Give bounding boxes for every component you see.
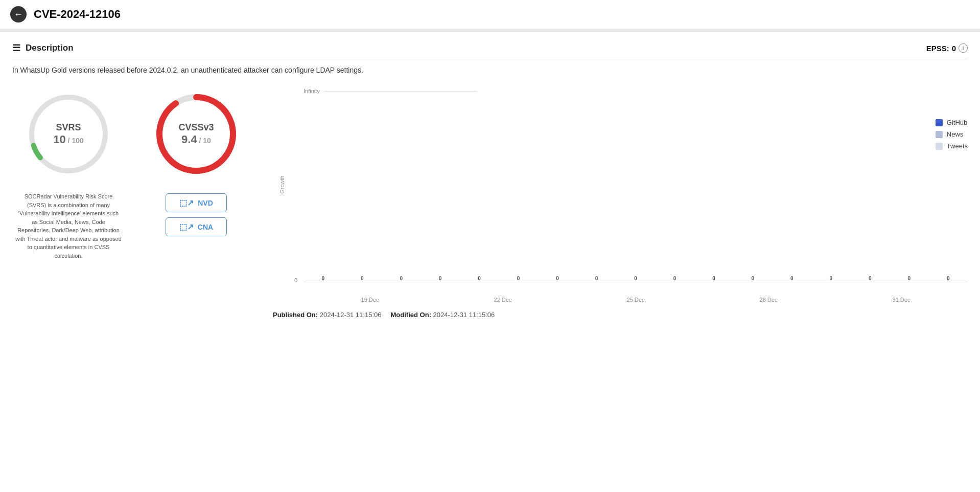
chart-area: Infinity Growth 0 0 0 0 0 0 0 <box>273 88 968 333</box>
published-label: Published On: <box>273 311 318 319</box>
legend-news: News <box>936 130 968 138</box>
svrs-gauge: SVRS 10 / 100 <box>22 88 114 180</box>
list-icon: ☰ <box>12 42 20 54</box>
legend-github-label: GitHub <box>947 119 967 126</box>
charts-row: SVRS 10 / 100 SOCRadar Vulnerability Ris… <box>12 88 968 333</box>
x-label-0: 19 Dec <box>361 297 379 303</box>
x-label-4: 31 Dec <box>893 297 911 303</box>
section-title-label: Description <box>26 43 74 53</box>
epss-value: 0 <box>952 44 956 53</box>
zero-marker-13: 0 <box>830 276 833 281</box>
zero-marker-8: 0 <box>634 276 637 281</box>
cvss-gauge: CVSSv3 9.4 / 10 <box>150 88 242 180</box>
svrs-section: SVRS 10 / 100 SOCRadar Vulnerability Ris… <box>12 88 125 260</box>
zero-marker-12: 0 <box>790 276 794 281</box>
zero-marker-7: 0 <box>595 276 598 281</box>
svrs-value: 10 / 100 <box>53 133 84 146</box>
zero-marker-3: 0 <box>439 276 442 281</box>
legend-tweets: Tweets <box>936 142 968 150</box>
cvss-buttons: ⬚↗ NVD ⬚↗ CNA <box>166 193 227 236</box>
zero-marker-5: 0 <box>517 276 520 281</box>
svrs-gauge-label: SVRS 10 / 100 <box>53 122 84 146</box>
legend-github-dot <box>936 119 943 126</box>
zero-marker-0: 0 <box>321 276 324 281</box>
section-header: ☰ Description EPSS: 0 i <box>12 42 968 59</box>
page-title: CVE-2024-12106 <box>34 8 121 21</box>
zero-marker-16: 0 <box>947 276 950 281</box>
description-text: In WhatsUp Gold versions released before… <box>12 64 968 76</box>
cvss-gauge-label: CVSSv3 9.4 / 10 <box>178 122 214 146</box>
chart-legend: GitHub News Tweets <box>936 119 968 150</box>
legend-news-dot <box>936 131 943 138</box>
cna-external-icon: ⬚↗ <box>179 222 194 232</box>
page-header: ← CVE-2024-12106 <box>0 0 980 29</box>
x-label-1: 22 Dec <box>494 297 512 303</box>
epss-info-icon[interactable]: i <box>959 43 968 53</box>
published-value: 2024-12-31 11:15:06 <box>320 311 382 319</box>
legend-github: GitHub <box>936 119 968 126</box>
zero-markers-row: 0 0 0 0 0 0 0 0 0 0 0 0 0 0 0 0 0 <box>304 276 968 281</box>
zero-marker-2: 0 <box>400 276 403 281</box>
chart-x-axis: 19 Dec 22 Dec 25 Dec 28 Dec 31 Dec <box>304 294 968 303</box>
zero-marker-11: 0 <box>752 276 755 281</box>
cna-label: CNA <box>198 223 213 231</box>
zero-marker-1: 0 <box>361 276 364 281</box>
nvd-button[interactable]: ⬚↗ NVD <box>166 193 227 212</box>
cvss-value: 9.4 / 10 <box>178 133 214 146</box>
zero-marker-10: 0 <box>712 276 715 281</box>
chart-plot <box>304 88 968 282</box>
main-content: ☰ Description EPSS: 0 i In WhatsUp Gold … <box>0 32 980 344</box>
epss-label: EPSS: <box>926 44 949 53</box>
legend-news-label: News <box>947 130 964 138</box>
svrs-description: SOCRadar Vulnerability Risk Score (SVRS)… <box>15 192 122 260</box>
nvd-external-icon: ⬚↗ <box>179 198 194 208</box>
modified-label: Modified On: <box>391 311 431 319</box>
legend-tweets-dot <box>936 143 943 150</box>
legend-tweets-label: Tweets <box>947 142 968 150</box>
zero-marker-15: 0 <box>907 276 911 281</box>
cvss-title: CVSSv3 <box>178 122 214 133</box>
zero-marker-6: 0 <box>556 276 559 281</box>
section-title-group: ☰ Description <box>12 42 74 54</box>
epss-badge: EPSS: 0 i <box>926 43 968 53</box>
growth-label: Growth <box>279 176 285 194</box>
zero-marker-9: 0 <box>673 276 676 281</box>
footer-meta: Published On: 2024-12-31 11:15:06 Modifi… <box>273 311 968 319</box>
svrs-title: SVRS <box>53 122 84 133</box>
cna-button[interactable]: ⬚↗ CNA <box>166 217 227 236</box>
nvd-label: NVD <box>198 199 213 207</box>
back-button[interactable]: ← <box>10 6 27 23</box>
modified-value: 2024-12-31 11:15:06 <box>433 311 495 319</box>
chart-inner: Infinity Growth 0 0 0 0 0 0 0 <box>273 88 968 303</box>
cvss-section: CVSSv3 9.4 / 10 ⬚↗ NVD ⬚↗ CNA <box>140 88 252 236</box>
zero-marker-14: 0 <box>869 276 872 281</box>
x-label-3: 28 Dec <box>760 297 778 303</box>
y-zero-label: 0 <box>294 277 297 283</box>
x-label-2: 25 Dec <box>627 297 645 303</box>
zero-marker-4: 0 <box>478 276 481 281</box>
